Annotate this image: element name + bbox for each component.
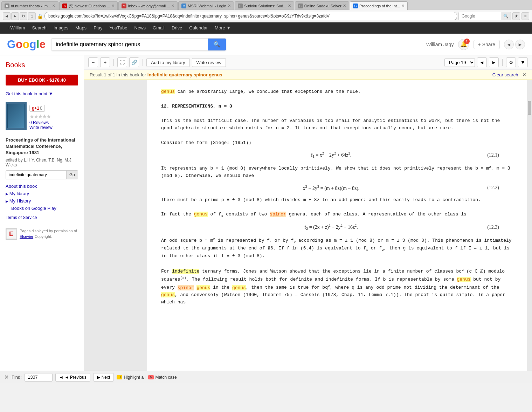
more-options-button[interactable]: ▼ <box>518 57 528 67</box>
tab-sudoku1[interactable]: S Sudoku Solutions: Sud... ✕ <box>235 1 294 10</box>
page-next-button[interactable]: ► <box>489 57 499 67</box>
search-next-button[interactable]: ► <box>515 40 525 49</box>
tab-msri[interactable]: M MSRI Webmail - Login ✕ <box>178 1 234 10</box>
nav-link-news[interactable]: News <box>131 22 150 34</box>
tab-close-questions[interactable]: ✕ <box>110 4 115 8</box>
search-prev-button[interactable]: ◄ <box>504 40 514 49</box>
books-on-play-link[interactable]: Books on Google Play <box>11 206 78 211</box>
find-label: Find: <box>12 375 22 380</box>
user-name: William Jagy <box>426 42 454 47</box>
share-button[interactable]: + Share <box>474 40 500 49</box>
toolbar-divider-2 <box>143 59 143 66</box>
tab-label-questions: (5) Newest Questions ... <box>69 4 110 8</box>
formula-12-1-num: (12.1) <box>487 151 499 159</box>
write-review-link[interactable]: Write review <box>29 125 53 130</box>
book-title: Proceedings of the International Mathema… <box>6 137 78 156</box>
reviews-count-link[interactable]: 0 Reviews <box>29 120 49 125</box>
get-print-link[interactable]: Get this book in print ▼ <box>6 91 78 96</box>
nav-link-play[interactable]: Play <box>90 22 106 34</box>
forward-button[interactable]: ► <box>11 12 19 20</box>
url-bar[interactable] <box>44 12 457 20</box>
my-history-link[interactable]: My History <box>6 198 78 204</box>
find-prev-button[interactable]: ◄ ◄ Previous <box>55 373 90 382</box>
tab-close-nt[interactable]: ✕ <box>51 4 55 8</box>
gplus-button[interactable]: g+1 0 <box>29 105 45 112</box>
notification-badge: 2 <box>464 39 470 44</box>
scrollbar-thumb[interactable] <box>528 101 531 115</box>
prev-label: ◄ Previous <box>65 375 87 380</box>
tab-close-proceedings[interactable]: ✕ <box>400 4 405 8</box>
tab-close-sudoku2[interactable]: ✕ <box>341 4 346 8</box>
search-button[interactable]: 🔍 <box>208 39 226 50</box>
browser-search-button[interactable]: 🔍 <box>501 12 511 20</box>
browser-search: 🔍 <box>458 12 511 20</box>
match-case-label: Match case <box>155 375 177 380</box>
tab-label-sudoku1: Sudoku Solutions: Sud... <box>244 4 286 8</box>
nav-link-images[interactable]: Images <box>50 22 72 34</box>
browser-search-input[interactable] <box>459 12 501 20</box>
close-banner-button[interactable]: ✕ <box>522 72 526 77</box>
tab-inbox[interactable]: M Inbox - wcjagy@gmail.... ✕ <box>118 1 178 10</box>
menu-button[interactable]: ≡ <box>521 12 529 20</box>
notification-button[interactable]: 🔔 2 <box>458 39 469 50</box>
share-label: + Share <box>478 42 495 47</box>
search-input[interactable] <box>51 39 208 50</box>
home-button[interactable]: ⌂ <box>28 12 36 20</box>
find-close-button[interactable]: ✕ <box>4 374 9 380</box>
nav-link-search[interactable]: Search <box>28 22 50 34</box>
page-selector[interactable]: Page 19 <box>444 58 475 67</box>
buy-ebook-button[interactable]: BUY EBOOK - $178.40 <box>6 75 78 85</box>
highlight-all-button[interactable]: H Highlight all <box>117 375 145 380</box>
tab-favicon-nt: n <box>5 4 9 8</box>
elsevier-link[interactable]: Elsevier <box>20 234 33 239</box>
fullscreen-button[interactable]: ⛶ <box>117 57 127 67</box>
tab-sudoku2[interactable]: S Online Sudoku Solver ✕ <box>295 1 349 10</box>
star-rating: ★★★★★ <box>29 113 53 120</box>
page-content: genus can be arbitrarily large, we concl… <box>147 80 527 371</box>
back-button[interactable]: ◄ <box>3 12 11 20</box>
rating-row: g+1 0 <box>29 105 53 112</box>
zoom-in-button[interactable]: + <box>100 57 110 67</box>
scrollbar[interactable] <box>527 80 532 371</box>
tab-questions[interactable]: S (5) Newest Questions ... ✕ <box>59 1 118 10</box>
zoom-out-button[interactable]: − <box>88 57 98 67</box>
svg-text:E: E <box>9 231 13 238</box>
tab-close-sudoku1[interactable]: ✕ <box>286 4 291 8</box>
link-button[interactable]: 🔗 <box>129 57 139 67</box>
about-book-link[interactable]: About this book <box>6 184 78 189</box>
nav-buttons: ◄ ► ↻ ⌂ <box>3 12 36 20</box>
genus-highlight-2: genus <box>194 212 208 217</box>
tab-close-msri[interactable]: ✕ <box>226 4 231 8</box>
add-to-library-button[interactable]: Add to my library <box>146 58 190 67</box>
nav-link-gmail[interactable]: Gmail <box>149 22 168 34</box>
nav-link-maps[interactable]: Maps <box>72 22 90 34</box>
write-review-button[interactable]: Write review <box>192 58 226 67</box>
nav-link-drive[interactable]: Drive <box>168 22 186 34</box>
settings-button[interactable]: ⚙ <box>506 57 516 67</box>
page-left-gutter <box>84 80 147 371</box>
page-search-go-button[interactable]: Go <box>66 171 78 179</box>
next-icon: ▶ <box>97 375 100 380</box>
my-library-link[interactable]: My library <box>6 191 78 196</box>
tab-close-inbox[interactable]: ✕ <box>170 4 174 8</box>
page-search-input[interactable] <box>6 171 66 179</box>
tab-nt[interactable]: n nt.number theory - Im... ✕ <box>1 1 58 10</box>
google-logo[interactable]: Google <box>7 38 46 51</box>
nav-link-youtube[interactable]: YouTube <box>106 22 131 34</box>
nav-link-more[interactable]: More ▼ <box>211 22 234 34</box>
find-input[interactable] <box>25 373 53 382</box>
terms-of-service-link[interactable]: Terms of Service <box>6 215 78 220</box>
clear-search-link[interactable]: Clear search <box>492 72 518 77</box>
nav-link-calendar[interactable]: Calendar <box>186 22 211 34</box>
browser-tabs: n nt.number theory - Im... ✕ S (5) Newes… <box>0 0 532 10</box>
match-case-button[interactable]: M Match case <box>148 375 177 380</box>
tab-proceedings[interactable]: G Proceedings of the Int... ✕ <box>350 1 408 10</box>
books-toolbar: − + ⛶ 🔗 Add to my library Write review P… <box>84 55 532 70</box>
nav-link-william[interactable]: +William <box>4 22 28 34</box>
reload-button[interactable]: ↻ <box>20 12 27 20</box>
find-next-button[interactable]: ▶ Next <box>93 373 114 382</box>
page-prev-button[interactable]: ◄ <box>477 57 487 67</box>
book-page: genus can be arbitrarily large, we concl… <box>84 80 532 371</box>
extensions-button[interactable]: ★ <box>512 12 520 20</box>
genus-highlight-1: genus <box>161 89 175 94</box>
